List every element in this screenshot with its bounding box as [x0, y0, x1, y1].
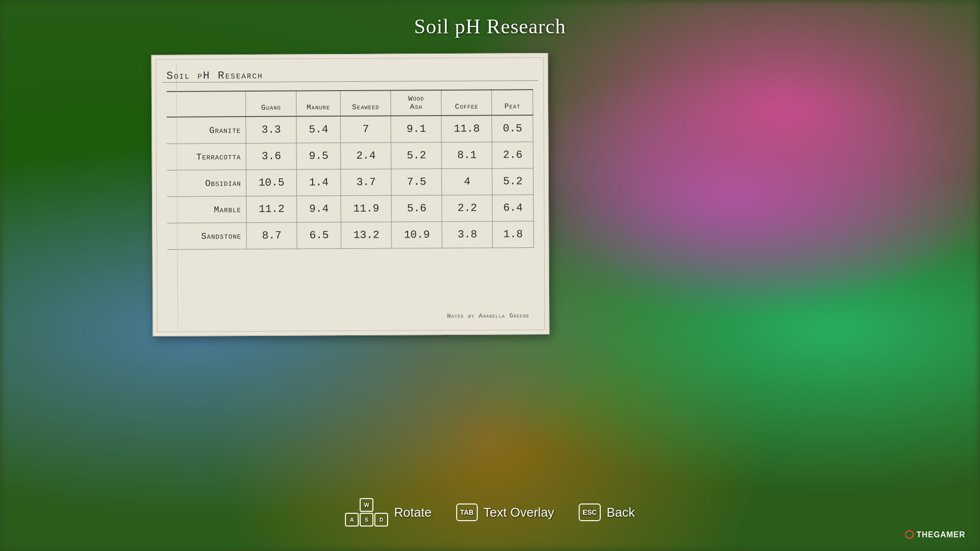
thegamer-name: THEGAMER: [916, 530, 965, 539]
wasd-s-key: S: [360, 513, 373, 527]
page-title: Soil pH Research: [0, 15, 980, 38]
cell-granite-2: 7: [341, 116, 391, 143]
textoverlay-label: Text Overlay: [484, 505, 555, 520]
research-table: Guano Manure Seaweed WoodAsh Coffee Peat…: [167, 89, 534, 250]
col-header-coffee: Coffee: [441, 90, 492, 116]
table-row: Sandstone8.76.513.210.93.81.8: [167, 221, 534, 250]
wasd-empty2: [374, 498, 388, 512]
cell-marble-1: 9.4: [297, 196, 341, 222]
wasd-icon: W A S D: [345, 498, 388, 527]
cell-sandstone-2: 13.2: [341, 222, 392, 249]
textoverlay-control: TAB Text Overlay: [456, 503, 554, 521]
rotate-control: W A S D Rotate: [345, 498, 432, 527]
thegamer-logo-icon: ⬡: [905, 528, 914, 541]
cell-obsidian-2: 3.7: [341, 169, 391, 196]
cell-sandstone-0: 8.7: [246, 222, 297, 249]
row-label-granite: Granite: [167, 117, 246, 144]
col-header-guano: Guano: [246, 91, 296, 117]
cell-granite-1: 5.4: [296, 116, 341, 143]
cell-obsidian-1: 1.4: [296, 169, 341, 196]
cell-sandstone-3: 10.9: [392, 222, 442, 249]
cell-granite-0: 3.3: [246, 117, 296, 144]
cell-marble-5: 6.4: [492, 195, 534, 221]
col-header-woodash: WoodAsh: [391, 90, 441, 116]
table-row: Marble11.29.411.95.62.26.4: [167, 195, 534, 223]
cell-granite-4: 11.8: [441, 115, 492, 142]
document: Soil pH Research Guano Manure Seaweed Wo…: [151, 53, 550, 336]
cell-obsidian-5: 5.2: [492, 168, 534, 195]
table-row: Obsidian10.51.43.77.545.2: [167, 168, 534, 197]
back-control: ESC Back: [579, 503, 635, 521]
rotate-label: Rotate: [394, 505, 432, 520]
cell-terracotta-0: 3.6: [246, 143, 296, 170]
table-row: Granite3.35.479.111.80.5: [167, 115, 533, 144]
cell-terracotta-2: 2.4: [341, 143, 391, 169]
cell-marble-3: 5.6: [392, 195, 442, 222]
thegamer-branding: ⬡ THEGAMER: [905, 528, 965, 541]
cell-marble-4: 2.2: [442, 195, 492, 222]
cell-obsidian-0: 10.5: [246, 169, 296, 196]
cell-terracotta-5: 2.6: [492, 142, 533, 168]
document-wrapper: Soil pH Research Guano Manure Seaweed Wo…: [152, 54, 549, 335]
cell-sandstone-1: 6.5: [297, 222, 341, 249]
esc-key-icon: ESC: [579, 503, 601, 521]
row-label-obsidian: Obsidian: [167, 170, 246, 197]
back-label: Back: [607, 505, 635, 520]
cell-granite-5: 0.5: [492, 115, 533, 142]
row-label-marble: Marble: [167, 196, 246, 223]
row-label-sandstone: Sandstone: [167, 223, 246, 250]
cell-terracotta-1: 9.5: [296, 143, 341, 169]
col-header-empty: [167, 91, 246, 117]
col-header-seaweed: Seaweed: [341, 91, 391, 117]
table-header-row: Guano Manure Seaweed WoodAsh Coffee Peat: [167, 90, 533, 117]
cell-obsidian-3: 7.5: [392, 169, 442, 196]
cell-terracotta-4: 8.1: [441, 142, 492, 169]
cell-marble-0: 11.2: [246, 196, 297, 223]
wasd-d-key: D: [374, 513, 388, 527]
wasd-a-key: A: [345, 513, 359, 527]
wasd-empty1: [345, 498, 359, 512]
tab-key-icon: TAB: [456, 503, 478, 521]
cell-terracotta-3: 5.2: [391, 143, 441, 169]
col-header-manure: Manure: [296, 91, 341, 116]
cell-granite-3: 9.1: [391, 116, 441, 143]
notes-attribution: Notes by Arabella Greene: [447, 312, 529, 320]
table-row: Terracotta3.69.52.45.28.12.6: [167, 142, 533, 170]
wasd-w-key: W: [360, 498, 373, 512]
cell-obsidian-4: 4: [442, 168, 492, 195]
bottom-controls: W A S D Rotate TAB Text Overlay ESC Back: [0, 498, 980, 527]
row-label-terracotta: Terracotta: [167, 144, 246, 170]
cell-sandstone-5: 1.8: [492, 221, 534, 248]
cell-sandstone-4: 3.8: [442, 221, 492, 248]
cell-marble-2: 11.9: [341, 195, 392, 222]
col-header-peat: Peat: [492, 90, 533, 115]
